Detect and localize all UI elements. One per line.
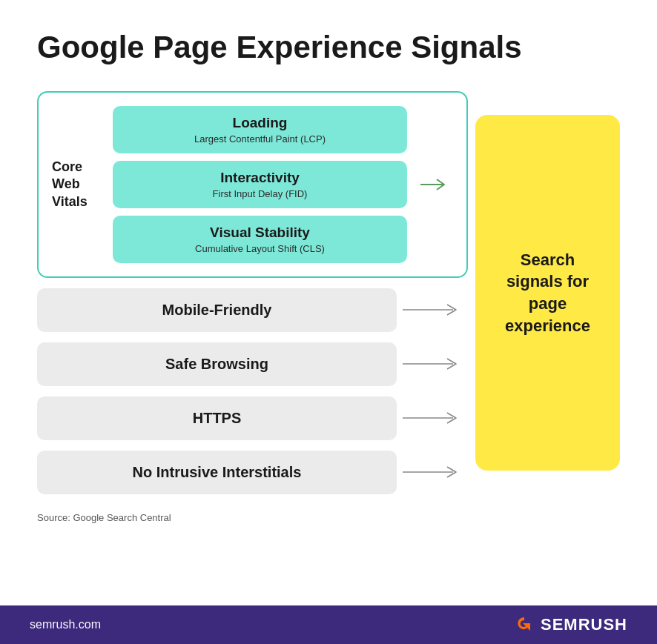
cwv-arrow-icon bbox=[420, 176, 449, 193]
right-section: Search signals for page experience bbox=[475, 115, 620, 471]
cwv-cards: Loading Largest Contentful Paint (LCP) I… bbox=[113, 106, 407, 262]
cwv-card-subtitle: Largest Contentful Paint (LCP) bbox=[128, 133, 392, 145]
source-text: Source: Google Search Central bbox=[37, 512, 620, 523]
semrush-logo-icon bbox=[514, 614, 535, 635]
signal-box: Safe Browsing bbox=[37, 342, 397, 386]
yellow-box: Search signals for page experience bbox=[475, 115, 620, 471]
cwv-card-title: Loading bbox=[128, 115, 392, 132]
signal-box: HTTPS bbox=[37, 396, 397, 440]
signal-arrow-icon bbox=[397, 464, 468, 480]
footer-logo-text: SEMRUSH bbox=[541, 615, 627, 634]
diagram-area: CoreWebVitals Loading Largest Contentful… bbox=[37, 91, 620, 494]
footer-logo: SEMRUSH bbox=[514, 614, 627, 635]
cwv-container: CoreWebVitals Loading Largest Contentful… bbox=[37, 91, 468, 277]
cwv-arrow-wrap bbox=[416, 176, 453, 193]
signal-row: Safe Browsing bbox=[37, 342, 468, 386]
cwv-card: Visual Stability Cumulative Layout Shift… bbox=[113, 216, 407, 263]
cwv-card-title: Visual Stability bbox=[128, 225, 392, 242]
signal-row: No Intrusive Interstitials bbox=[37, 451, 468, 494]
signal-arrow-icon bbox=[397, 302, 468, 318]
cwv-label: CoreWebVitals bbox=[52, 159, 104, 210]
signal-row: Mobile-Friendly bbox=[37, 288, 468, 332]
footer-domain: semrush.com bbox=[30, 618, 101, 631]
cwv-card-subtitle: First Input Delay (FID) bbox=[128, 188, 392, 199]
cwv-card: Loading Largest Contentful Paint (LCP) bbox=[113, 106, 407, 153]
yellow-box-text: Search signals for page experience bbox=[490, 249, 605, 337]
footer: semrush.com SEMRUSH bbox=[0, 605, 657, 644]
signal-arrow-icon bbox=[397, 410, 468, 426]
cwv-card-subtitle: Cumulative Layout Shift (CLS) bbox=[128, 243, 392, 254]
left-section: CoreWebVitals Loading Largest Contentful… bbox=[37, 91, 468, 494]
cwv-card-title: Interactivity bbox=[128, 170, 392, 187]
signal-box: No Intrusive Interstitials bbox=[37, 451, 397, 494]
main-content: Google Page Experience Signals CoreWebVi… bbox=[0, 0, 657, 605]
signal-row: HTTPS bbox=[37, 396, 468, 440]
signal-box: Mobile-Friendly bbox=[37, 288, 397, 332]
signal-arrow-icon bbox=[397, 356, 468, 372]
cwv-card: Interactivity First Input Delay (FID) bbox=[113, 161, 407, 208]
signal-rows: Mobile-Friendly Safe Browsing HTTPS No I… bbox=[37, 288, 468, 494]
page-title: Google Page Experience Signals bbox=[37, 30, 620, 65]
